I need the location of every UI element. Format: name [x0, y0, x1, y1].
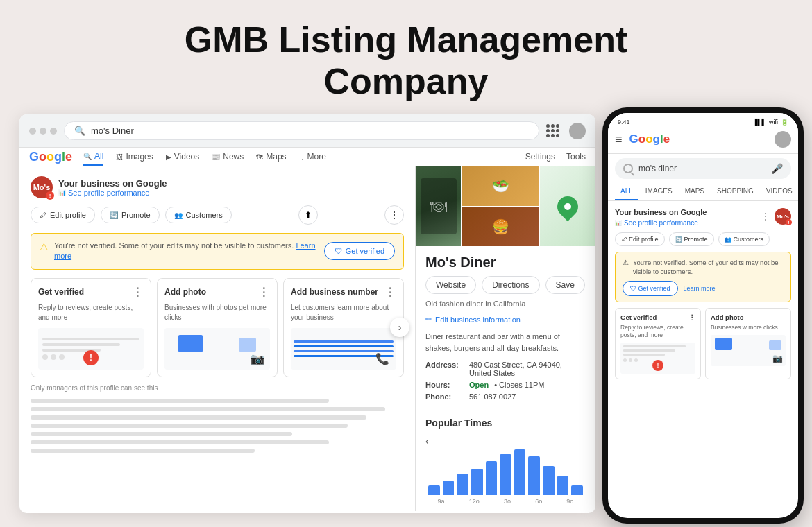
share-icon: ⬆ — [305, 210, 312, 220]
directions-button[interactable]: Directions — [482, 276, 539, 294]
browser-dot-1 — [29, 128, 36, 135]
phone-mic-icon[interactable]: 🎤 — [771, 163, 783, 174]
card-get-verified-illustration: ! — [38, 328, 144, 370]
tab-videos-icon: ▶ — [166, 153, 171, 161]
phone-warning-banner: ⚠ You're not verified. Some of your edit… — [615, 252, 791, 302]
browser-dot-3 — [50, 128, 57, 135]
photo-icon: 🍽 — [430, 197, 447, 216]
user-avatar[interactable] — [569, 123, 586, 139]
edit-profile-label: Edit profile — [50, 211, 86, 219]
phone-verified-row: 🛡 Get verified Learn more — [623, 281, 784, 297]
photo-side-bottom: 🍔 — [462, 207, 539, 247]
skeleton-line — [31, 415, 366, 420]
phone-header: ≡ Google — [608, 128, 798, 154]
phone-tab-maps[interactable]: MAPS — [679, 183, 710, 200]
phone-menu-icon[interactable]: ≡ — [615, 132, 623, 147]
phone-card-add-photo: Add photo Businesses w more clicks 📷 — [705, 308, 791, 379]
tab-news[interactable]: 📰 News — [212, 148, 244, 165]
get-verified-button[interactable]: 🛡 Get verified — [324, 242, 395, 260]
chart-nav: ‹ — [425, 435, 586, 447]
chart-label-6: 6o — [535, 498, 542, 505]
phone-edit-profile-button[interactable]: 🖊 Edit profile — [615, 232, 665, 246]
business-info: Mo's Diner Website Directions Save Old f… — [416, 246, 595, 409]
map-thumbnail[interactable] — [540, 166, 595, 246]
phone-action-buttons: 🖊 Edit profile 🔄 Promote 👥 Customers — [615, 232, 791, 246]
phone-get-verified-button[interactable]: 🛡 Get verified — [623, 281, 678, 297]
card-add-number-dots[interactable]: ⋮ — [384, 286, 396, 299]
bar-2 — [443, 481, 455, 495]
card-add-photo-dots[interactable]: ⋮ — [258, 286, 270, 299]
browser-search-icon: 🔍 — [74, 126, 85, 136]
see-profile-link[interactable]: 📊 See profile performance — [58, 189, 167, 197]
phone-avatar[interactable] — [775, 131, 791, 148]
phone-promote-button[interactable]: 🔄 Promote — [669, 232, 714, 246]
browser-address-bar[interactable]: 🔍 mo's Diner — [64, 121, 539, 140]
promote-button[interactable]: 🔄 Promote — [101, 207, 160, 223]
map-pin — [553, 191, 582, 221]
tab-images[interactable]: 🖼 Images — [116, 148, 153, 165]
phone-card-dots[interactable]: ⋮ — [688, 313, 695, 321]
nav-tools[interactable]: Tools — [566, 152, 586, 162]
phone-battery-icon: 🔋 — [781, 119, 788, 126]
skeleton-line — [31, 399, 329, 403]
browser-icons-right — [546, 123, 586, 139]
phone-customers-button[interactable]: 👥 Customers — [718, 232, 770, 246]
promote-label: Promote — [121, 211, 151, 219]
nav-tabs: 🔍 All 🖼 Images ▶ Videos 📰 News 🗺 Maps ⋮ — [83, 148, 586, 166]
apps-grid-icon[interactable] — [546, 124, 559, 137]
bar-6 — [500, 454, 511, 496]
photo-food-1: 🥗 — [462, 166, 539, 206]
phone-status-bar: 9:41 ▐▌▌ wifi 🔋 — [608, 113, 798, 128]
tab-images-icon: 🖼 — [116, 153, 123, 161]
photo-main-image: 🍽 — [416, 166, 461, 246]
warning-triangle-icon: ⚠ — [40, 241, 49, 252]
tab-maps[interactable]: 🗺 Maps — [256, 148, 286, 165]
more-button[interactable]: ⋮ — [384, 205, 404, 225]
warning-left: ⚠ You're not verified. Some of your edit… — [40, 241, 324, 262]
phone-learn-more-link[interactable]: Learn more — [684, 284, 716, 293]
phone-tab-all[interactable]: ALL — [615, 183, 638, 200]
hours-open: Open — [469, 381, 489, 389]
edit-profile-button[interactable]: 🖊 Edit profile — [31, 207, 95, 223]
chart-labels: 9a 12o 3o 6o 9o — [425, 498, 586, 505]
tab-videos[interactable]: ▶ Videos — [166, 148, 199, 165]
tab-all-icon: 🔍 — [83, 153, 92, 160]
address-row: Address: 480 Cast Street, CA 94040, Unit… — [425, 361, 586, 377]
phone-card-warning-badge: ! — [652, 360, 663, 371]
phone-card-title: Get verified — [620, 313, 657, 321]
phone-edit-profile-label: Edit profile — [629, 236, 659, 243]
warning-text: You're not verified. Some of your edits … — [54, 241, 324, 262]
website-button[interactable]: Website — [425, 276, 476, 294]
save-button[interactable]: Save — [545, 276, 585, 294]
light-blue-rectangle — [239, 338, 256, 352]
carousel-next-button[interactable]: › — [390, 318, 409, 337]
customers-button[interactable]: 👥 Customers — [165, 207, 232, 223]
tab-all[interactable]: 🔍 All — [83, 148, 103, 166]
browser-window: 🔍 mo's Diner G o o g l e 🔍 All — [19, 114, 595, 513]
phone-tab-videos[interactable]: VIDEOS — [761, 183, 798, 200]
phone-chart-icon: 📊 — [615, 220, 622, 226]
phone-three-dots[interactable]: ⋮ — [761, 211, 770, 222]
phone-dot — [623, 358, 627, 362]
phone-card-get-verified-desc: Reply to reviews, create posts, and more — [620, 324, 695, 339]
share-button[interactable]: ⬆ — [298, 205, 318, 225]
photo-placeholder: 🍽 — [421, 178, 457, 234]
edit-info-button[interactable]: ✏ Edit business information — [425, 315, 586, 324]
edit-icon: 🖊 — [40, 211, 46, 219]
card-get-verified-dots[interactable]: ⋮ — [132, 286, 144, 299]
chart-prev-arrow[interactable]: ‹ — [425, 435, 429, 447]
phone-search-bar[interactable]: mo's diner 🎤 — [615, 158, 791, 179]
get-verified-label: Get verified — [346, 247, 384, 255]
phone-google-logo: Google — [629, 132, 670, 146]
phone-tab-images[interactable]: IMAGES — [640, 183, 678, 200]
card-get-verified-desc: Reply to reviews, create posts, and more — [38, 303, 144, 322]
phone-card-add-photo-img: 📷 — [711, 335, 786, 366]
tab-more[interactable]: ⋮ More — [299, 148, 326, 165]
chart-icon: 📊 — [58, 189, 66, 196]
nav-settings[interactable]: Settings — [525, 152, 555, 162]
phone-tab-shopping[interactable]: SHOPPING — [711, 183, 759, 200]
learn-more-link[interactable]: Learn more — [54, 241, 316, 260]
skeleton-line — [31, 432, 292, 436]
pencil-icon: ✏ — [425, 315, 432, 324]
hours-close: • Closes 11PM — [494, 381, 544, 389]
